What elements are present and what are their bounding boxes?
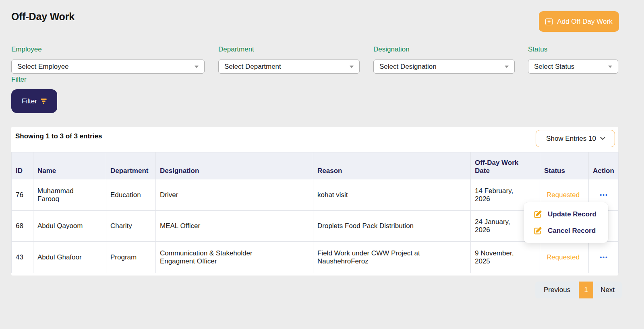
column-header-date: Off-Day Work Date bbox=[471, 152, 540, 179]
page-title: Off-Day Work bbox=[11, 11, 75, 23]
update-record-menu-item[interactable]: Update Record bbox=[524, 207, 608, 222]
column-header-status: Status bbox=[540, 152, 589, 179]
cell-name: Abdul Qayoom bbox=[33, 211, 106, 242]
edit-icon bbox=[534, 210, 542, 218]
column-header-reason: Reason bbox=[313, 152, 471, 179]
cell-reason: Field Work under CWW Project at Naushehr… bbox=[313, 242, 471, 273]
filter-funnel-icon bbox=[41, 99, 47, 104]
column-header-action: Action bbox=[589, 152, 619, 179]
add-off-day-work-label: Add Off-Day Work bbox=[557, 18, 612, 26]
designation-select[interactable]: Select Designation bbox=[373, 60, 515, 74]
table-header-row: ID Name Department Designation Reason Of… bbox=[12, 152, 619, 179]
add-off-day-work-button[interactable]: + Add Off-Day Work bbox=[539, 11, 619, 32]
cell-reason: kohat visit bbox=[313, 179, 471, 211]
plus-square-icon: + bbox=[545, 18, 553, 25]
employee-select-value: Select Employee bbox=[17, 63, 69, 71]
chevron-down-icon bbox=[600, 135, 605, 140]
chevron-down-icon bbox=[195, 66, 199, 68]
cell-date: 9 November, 2025 bbox=[471, 242, 540, 273]
next-page-button[interactable]: Next bbox=[593, 282, 622, 298]
column-header-id: ID bbox=[12, 152, 33, 179]
cancel-record-label: Cancel Record bbox=[548, 227, 596, 235]
pagination: Previous 1 Next bbox=[535, 282, 622, 298]
cell-reason: Droplets Food Pack Distribution bbox=[313, 211, 471, 242]
status-badge: Requested bbox=[540, 242, 589, 273]
table-card: Showing 1 to 3 of 3 entries Show Entries… bbox=[11, 127, 618, 276]
filter-field-employee: Employee Select Employee bbox=[11, 45, 205, 53]
chevron-down-icon bbox=[505, 66, 509, 68]
cell-designation: Driver bbox=[156, 179, 313, 211]
cell-name: Muhammad Farooq bbox=[33, 179, 106, 211]
employee-label: Employee bbox=[11, 45, 205, 53]
cell-id: 43 bbox=[12, 242, 33, 273]
cell-designation: Communication & Stakeholder Engagment Of… bbox=[156, 242, 313, 273]
chevron-down-icon bbox=[608, 66, 612, 68]
entries-summary: Showing 1 to 3 of 3 entries bbox=[15, 132, 102, 140]
filter-field-department: Department Select Department bbox=[218, 45, 360, 53]
edit-icon bbox=[534, 227, 542, 235]
show-entries-select[interactable]: Show Entries 10 bbox=[536, 130, 615, 147]
cell-id: 68 bbox=[12, 211, 33, 242]
department-select[interactable]: Select Department bbox=[218, 60, 360, 74]
status-select-value: Select Status bbox=[534, 63, 574, 71]
update-record-label: Update Record bbox=[548, 210, 596, 218]
filter-button-label: Filter bbox=[22, 97, 37, 105]
previous-page-button[interactable]: Previous bbox=[535, 282, 579, 298]
show-entries-label: Show Entries 10 bbox=[546, 135, 596, 143]
cell-action: ••• bbox=[589, 242, 619, 273]
cell-department: Program bbox=[106, 242, 156, 273]
status-select[interactable]: Select Status bbox=[528, 60, 618, 74]
designation-label: Designation bbox=[373, 45, 515, 53]
department-select-value: Select Department bbox=[224, 63, 281, 71]
column-header-name: Name bbox=[33, 152, 106, 179]
filter-button[interactable]: Filter bbox=[11, 89, 57, 113]
table-row: 43 Abdul Ghafoor Program Communication &… bbox=[12, 242, 619, 273]
status-label: Status bbox=[528, 45, 618, 53]
filter-field-designation: Designation Select Designation bbox=[373, 45, 515, 53]
row-actions-ellipsis-icon[interactable]: ••• bbox=[600, 192, 608, 198]
column-header-department: Department bbox=[106, 152, 156, 179]
cell-department: Charity bbox=[106, 211, 156, 242]
row-actions-menu: Update Record Cancel Record bbox=[524, 202, 608, 243]
chevron-down-icon bbox=[350, 66, 354, 68]
filter-field-status: Status Select Status bbox=[528, 45, 618, 53]
department-label: Department bbox=[218, 45, 360, 53]
current-page-indicator[interactable]: 1 bbox=[579, 282, 593, 298]
row-actions-ellipsis-icon[interactable]: ••• bbox=[600, 254, 608, 261]
cell-id: 76 bbox=[12, 179, 33, 211]
cell-designation: MEAL Officer bbox=[156, 211, 313, 242]
column-header-designation: Designation bbox=[156, 152, 313, 179]
cancel-record-menu-item[interactable]: Cancel Record bbox=[524, 223, 608, 239]
employee-select[interactable]: Select Employee bbox=[11, 60, 205, 74]
cell-department: Education bbox=[106, 179, 156, 211]
designation-select-value: Select Designation bbox=[379, 63, 437, 71]
filter-section-label: Filter bbox=[11, 76, 27, 84]
cell-name: Abdul Ghafoor bbox=[33, 242, 106, 273]
